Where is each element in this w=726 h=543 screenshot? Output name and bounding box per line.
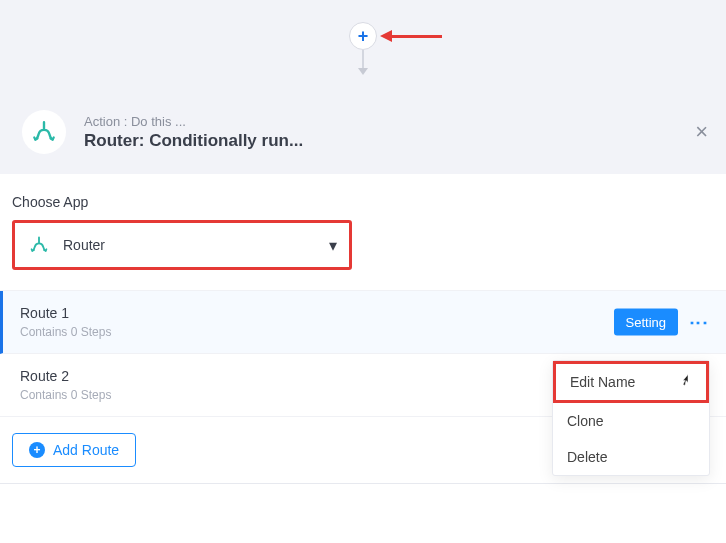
menu-item-label: Delete [567, 449, 607, 465]
route-context-menu: Edit Name Clone Delete [552, 360, 710, 476]
router-icon [31, 119, 57, 145]
add-route-button[interactable]: + Add Route [12, 433, 136, 467]
kebab-menu-icon[interactable]: ⋮ [688, 314, 710, 331]
cursor-icon [680, 374, 692, 391]
choose-app-select[interactable]: Router ▾ [12, 220, 352, 270]
action-title: Router: Conditionally run... [84, 131, 303, 151]
action-subtitle: Action : Do this ... [84, 114, 303, 129]
chevron-down-icon: ▾ [329, 236, 337, 255]
choose-app-value: Router [63, 237, 317, 253]
divider [0, 483, 726, 484]
add-route-label: Add Route [53, 442, 119, 458]
flow-arrow-icon [358, 50, 368, 75]
route-name: Route 1 [20, 305, 706, 321]
annotation-arrow [380, 30, 442, 42]
close-icon[interactable]: × [695, 119, 708, 145]
menu-item-delete[interactable]: Delete [553, 439, 709, 475]
router-icon [27, 233, 51, 257]
plus-circle-icon: + [29, 442, 45, 458]
setting-button[interactable]: Setting [614, 309, 678, 336]
app-badge [22, 110, 66, 154]
route-row[interactable]: Route 1 Contains 0 Steps Setting ⋮ [0, 291, 726, 354]
plus-icon: + [358, 27, 369, 45]
choose-app-label: Choose App [0, 194, 726, 220]
menu-item-label: Edit Name [570, 374, 635, 390]
menu-item-label: Clone [567, 413, 604, 429]
canvas-strip: + [0, 0, 726, 90]
menu-item-edit-name[interactable]: Edit Name [553, 361, 709, 403]
route-subtitle: Contains 0 Steps [20, 325, 706, 339]
action-header: Action : Do this ... Router: Conditional… [0, 90, 726, 174]
add-step-node[interactable]: + [349, 22, 377, 50]
menu-item-clone[interactable]: Clone [553, 403, 709, 439]
